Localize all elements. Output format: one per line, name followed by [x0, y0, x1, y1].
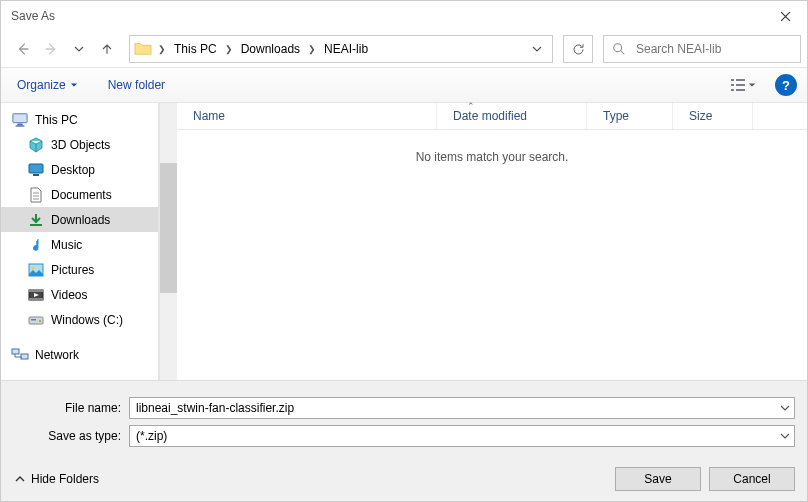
tree-item-music[interactable]: Music	[1, 232, 158, 257]
svg-rect-6	[30, 224, 42, 226]
svg-rect-5	[33, 174, 39, 176]
tree-item-3dobjects[interactable]: 3D Objects	[1, 132, 158, 157]
network-icon	[11, 346, 29, 364]
hide-folders-button[interactable]: Hide Folders	[13, 472, 99, 486]
chevron-right-icon: ❯	[223, 44, 235, 54]
help-button[interactable]: ?	[775, 74, 797, 96]
tree-item-desktop[interactable]: Desktop	[1, 157, 158, 182]
tree-item-network[interactable]: Network	[1, 342, 158, 367]
pictures-icon	[27, 261, 45, 279]
3dobjects-icon	[27, 136, 45, 154]
folder-icon	[134, 40, 152, 58]
drive-icon	[27, 311, 45, 329]
file-list[interactable]: No items match your search.	[177, 130, 807, 380]
svg-rect-13	[31, 319, 36, 321]
documents-icon	[27, 186, 45, 204]
tree-root-label: This PC	[35, 113, 78, 127]
chevron-right-icon: ❯	[306, 44, 318, 54]
view-options-button[interactable]	[723, 73, 763, 97]
svg-rect-1	[13, 113, 27, 122]
cancel-button[interactable]: Cancel	[709, 467, 795, 491]
music-icon	[27, 236, 45, 254]
save-as-dialog: Save As ❯ This PC ❯ Downloads	[0, 0, 808, 502]
tree-scrollbar[interactable]	[159, 103, 177, 380]
breadcrumb-seg-1[interactable]: Downloads	[237, 40, 304, 58]
recent-locations-button[interactable]	[67, 37, 91, 61]
folder-tree: This PC 3D Objects Desktop Documents Dow…	[1, 103, 159, 380]
new-folder-button[interactable]: New folder	[102, 74, 171, 96]
tree-item-documents[interactable]: Documents	[1, 182, 158, 207]
chevron-up-icon	[15, 474, 25, 484]
toolbar: Organize New folder ?	[1, 67, 807, 103]
organize-label: Organize	[17, 78, 66, 92]
tree-item-drive-c[interactable]: Windows (C:)	[1, 307, 158, 332]
tree-item-label: Documents	[51, 188, 112, 202]
chevron-down-icon	[748, 81, 756, 89]
filename-dropdown[interactable]	[776, 403, 794, 413]
breadcrumb: This PC ❯ Downloads ❯ NEAI-lib	[170, 40, 526, 58]
svg-point-8	[32, 266, 35, 269]
close-button[interactable]	[763, 1, 807, 31]
svg-point-14	[39, 320, 41, 322]
tree-root-thispc[interactable]: This PC	[1, 107, 158, 132]
address-bar[interactable]: ❯ This PC ❯ Downloads ❯ NEAI-lib	[129, 35, 553, 63]
col-header-size[interactable]: Size	[673, 103, 753, 129]
filename-combobox[interactable]	[129, 397, 795, 419]
downloads-icon	[27, 211, 45, 229]
up-button[interactable]	[95, 37, 119, 61]
tree-item-pictures[interactable]: Pictures	[1, 257, 158, 282]
col-header-name[interactable]: Name	[177, 103, 437, 129]
svg-rect-11	[29, 298, 43, 300]
col-header-date[interactable]: Date modified	[437, 103, 587, 129]
column-headers: ⌃ Name Date modified Type Size	[177, 103, 807, 130]
savetype-combobox[interactable]: (*.zip)	[129, 425, 795, 447]
titlebar: Save As	[1, 1, 807, 31]
svg-point-0	[614, 44, 622, 52]
chevron-down-icon	[70, 81, 78, 89]
svg-rect-3	[16, 125, 25, 126]
svg-rect-10	[29, 290, 43, 292]
tree-item-label: Windows (C:)	[51, 313, 123, 327]
body: This PC 3D Objects Desktop Documents Dow…	[1, 103, 807, 380]
tree-item-label: Desktop	[51, 163, 95, 177]
svg-rect-4	[29, 164, 43, 173]
tree-item-label: Downloads	[51, 213, 110, 227]
filename-input[interactable]	[130, 398, 776, 418]
breadcrumb-seg-2[interactable]: NEAI-lib	[320, 40, 372, 58]
search-box[interactable]	[603, 35, 801, 63]
tree-item-label: Pictures	[51, 263, 94, 277]
tree-item-downloads[interactable]: Downloads	[1, 207, 158, 232]
hide-folders-label: Hide Folders	[31, 472, 99, 486]
savetype-label: Save as type:	[13, 429, 129, 443]
sort-indicator-icon: ⌃	[467, 101, 475, 111]
desktop-icon	[27, 161, 45, 179]
col-header-type[interactable]: Type	[587, 103, 673, 129]
organize-button[interactable]: Organize	[11, 74, 84, 96]
svg-rect-16	[21, 354, 28, 359]
savetype-dropdown[interactable]	[776, 431, 794, 441]
svg-rect-15	[12, 349, 19, 354]
empty-message: No items match your search.	[416, 150, 569, 164]
forward-button[interactable]	[39, 37, 63, 61]
chevron-right-icon: ❯	[158, 44, 170, 54]
scrollbar-thumb[interactable]	[160, 163, 177, 293]
refresh-button[interactable]	[563, 35, 593, 63]
svg-rect-2	[17, 123, 22, 125]
address-dropdown[interactable]	[526, 44, 548, 54]
pc-icon	[11, 111, 29, 129]
nav-row: ❯ This PC ❯ Downloads ❯ NEAI-lib	[1, 31, 807, 67]
search-icon	[612, 42, 626, 56]
bottom-panel: File name: Save as type: (*.zip) Hide Fo…	[1, 380, 807, 501]
help-icon: ?	[782, 78, 790, 93]
tree-item-label: Music	[51, 238, 82, 252]
tree-item-label: 3D Objects	[51, 138, 110, 152]
tree-item-label: Network	[35, 348, 79, 362]
back-button[interactable]	[11, 37, 35, 61]
tree-item-videos[interactable]: Videos	[1, 282, 158, 307]
save-button[interactable]: Save	[615, 467, 701, 491]
file-panel: ⌃ Name Date modified Type Size No items …	[177, 103, 807, 380]
tree-item-label: Videos	[51, 288, 87, 302]
search-input[interactable]	[636, 42, 792, 56]
savetype-value: (*.zip)	[130, 429, 776, 443]
breadcrumb-seg-0[interactable]: This PC	[170, 40, 221, 58]
